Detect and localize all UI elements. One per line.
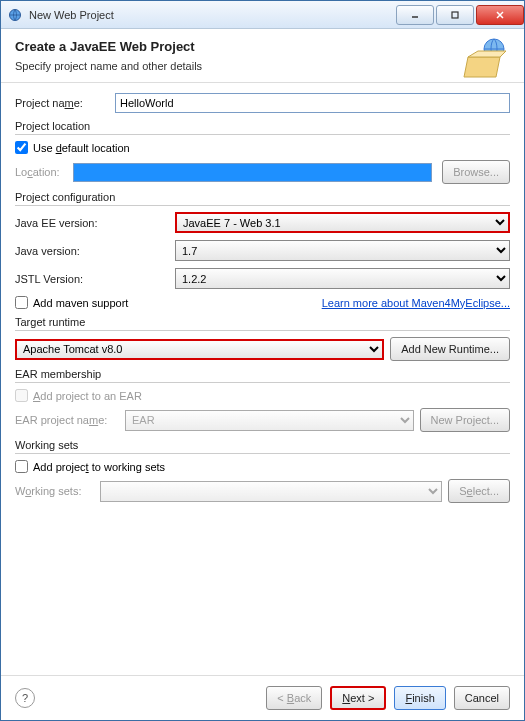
maven-learn-more-link[interactable]: Learn more about Maven4MyEclipse...	[322, 297, 510, 309]
wizard-icon	[462, 37, 510, 79]
add-maven-label: Add maven support	[33, 297, 128, 309]
add-ear-label: Add project to an EAR	[33, 390, 142, 402]
jstl-version-select[interactable]: 1.2.2	[175, 268, 510, 289]
next-button[interactable]: Next >	[330, 686, 386, 710]
ws-select	[100, 481, 442, 502]
add-runtime-button[interactable]: Add New Runtime...	[390, 337, 510, 361]
titlebar[interactable]: New Web Project	[1, 1, 524, 29]
minimize-button[interactable]	[396, 5, 434, 25]
window-title: New Web Project	[29, 9, 394, 21]
ws-label: Working sets:	[15, 485, 100, 497]
java-version-label: Java version:	[15, 245, 175, 257]
maximize-button[interactable]	[436, 5, 474, 25]
cancel-button[interactable]: Cancel	[454, 686, 510, 710]
browse-button: Browse...	[442, 160, 510, 184]
use-default-location-label: Use default location	[33, 142, 130, 154]
footer: ? < Back Next > Finish Cancel	[1, 675, 524, 720]
ws-legend: Working sets	[15, 439, 510, 454]
header: Create a JavaEE Web Project Specify proj…	[1, 29, 524, 83]
jstl-version-label: JSTL Version:	[15, 273, 175, 285]
svg-rect-2	[452, 12, 458, 18]
help-button[interactable]: ?	[15, 688, 35, 708]
header-title: Create a JavaEE Web Project	[15, 39, 510, 54]
dialog-window: New Web Project Create a JavaEE Web Proj…	[0, 0, 525, 721]
add-maven-checkbox[interactable]	[15, 296, 28, 309]
config-legend: Project configuration	[15, 191, 510, 206]
ear-legend: EAR membership	[15, 368, 510, 383]
back-button: < Back	[266, 686, 322, 710]
app-icon	[7, 7, 23, 23]
location-legend: Project location	[15, 120, 510, 135]
finish-button[interactable]: Finish	[394, 686, 445, 710]
add-ear-checkbox	[15, 389, 28, 402]
project-name-label: Project name:	[15, 97, 115, 109]
new-project-button: New Project...	[420, 408, 510, 432]
add-ws-checkbox[interactable]	[15, 460, 28, 473]
add-ws-label: Add project to working sets	[33, 461, 165, 473]
ear-project-label: EAR project name:	[15, 414, 125, 426]
close-button[interactable]	[476, 5, 524, 25]
location-input	[73, 163, 432, 182]
target-runtime-select[interactable]: Apache Tomcat v8.0	[15, 339, 384, 360]
use-default-location-checkbox[interactable]	[15, 141, 28, 154]
header-subtitle: Specify project name and other details	[15, 60, 510, 72]
location-label: Location:	[15, 166, 73, 178]
ear-project-select: EAR	[125, 410, 414, 431]
ws-select-button: Select...	[448, 479, 510, 503]
jee-version-label: Java EE version:	[15, 217, 175, 229]
project-name-input[interactable]	[115, 93, 510, 113]
runtime-legend: Target runtime	[15, 316, 510, 331]
java-version-select[interactable]: 1.7	[175, 240, 510, 261]
jee-version-select[interactable]: JavaEE 7 - Web 3.1	[175, 212, 510, 233]
